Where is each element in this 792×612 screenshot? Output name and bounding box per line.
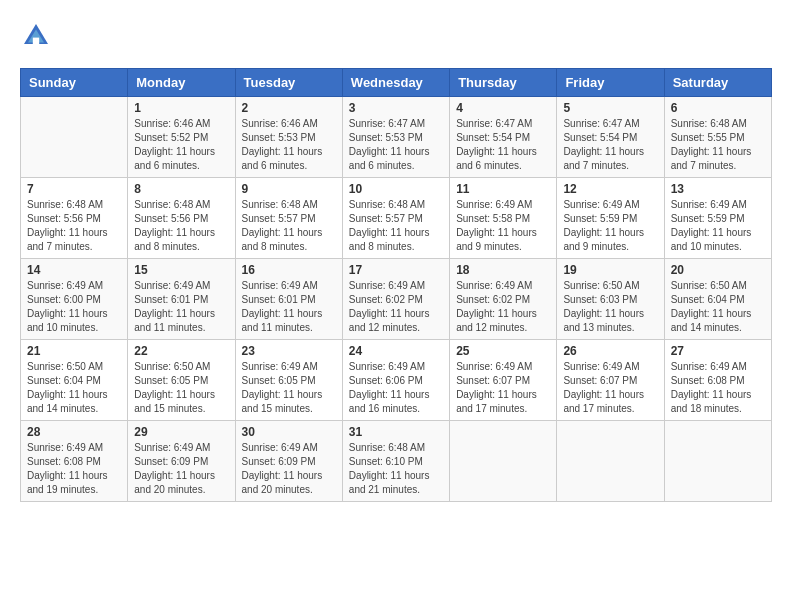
day-number: 7 xyxy=(27,182,121,196)
day-info: Sunrise: 6:49 AM Sunset: 5:58 PM Dayligh… xyxy=(456,198,550,254)
header-tuesday: Tuesday xyxy=(235,69,342,97)
day-number: 16 xyxy=(242,263,336,277)
page-header xyxy=(20,20,772,52)
calendar-cell: 5Sunrise: 6:47 AM Sunset: 5:54 PM Daylig… xyxy=(557,97,664,178)
day-number: 12 xyxy=(563,182,657,196)
day-number: 6 xyxy=(671,101,765,115)
calendar-cell: 27Sunrise: 6:49 AM Sunset: 6:08 PM Dayli… xyxy=(664,340,771,421)
calendar-cell: 28Sunrise: 6:49 AM Sunset: 6:08 PM Dayli… xyxy=(21,421,128,502)
day-number: 29 xyxy=(134,425,228,439)
calendar-cell: 24Sunrise: 6:49 AM Sunset: 6:06 PM Dayli… xyxy=(342,340,449,421)
calendar-cell: 12Sunrise: 6:49 AM Sunset: 5:59 PM Dayli… xyxy=(557,178,664,259)
calendar-week-1: 1Sunrise: 6:46 AM Sunset: 5:52 PM Daylig… xyxy=(21,97,772,178)
day-info: Sunrise: 6:49 AM Sunset: 6:05 PM Dayligh… xyxy=(242,360,336,416)
day-number: 13 xyxy=(671,182,765,196)
day-info: Sunrise: 6:48 AM Sunset: 5:57 PM Dayligh… xyxy=(349,198,443,254)
calendar-cell: 11Sunrise: 6:49 AM Sunset: 5:58 PM Dayli… xyxy=(450,178,557,259)
calendar-cell xyxy=(21,97,128,178)
logo-icon xyxy=(20,20,52,52)
day-info: Sunrise: 6:49 AM Sunset: 6:02 PM Dayligh… xyxy=(349,279,443,335)
day-info: Sunrise: 6:46 AM Sunset: 5:52 PM Dayligh… xyxy=(134,117,228,173)
calendar-table: SundayMondayTuesdayWednesdayThursdayFrid… xyxy=(20,68,772,502)
header-thursday: Thursday xyxy=(450,69,557,97)
day-number: 24 xyxy=(349,344,443,358)
day-info: Sunrise: 6:49 AM Sunset: 6:08 PM Dayligh… xyxy=(671,360,765,416)
day-number: 19 xyxy=(563,263,657,277)
calendar-cell: 20Sunrise: 6:50 AM Sunset: 6:04 PM Dayli… xyxy=(664,259,771,340)
calendar-cell: 7Sunrise: 6:48 AM Sunset: 5:56 PM Daylig… xyxy=(21,178,128,259)
day-number: 14 xyxy=(27,263,121,277)
svg-rect-2 xyxy=(33,38,39,44)
calendar-cell xyxy=(557,421,664,502)
logo xyxy=(20,20,56,52)
calendar-cell: 16Sunrise: 6:49 AM Sunset: 6:01 PM Dayli… xyxy=(235,259,342,340)
day-number: 20 xyxy=(671,263,765,277)
day-info: Sunrise: 6:49 AM Sunset: 6:00 PM Dayligh… xyxy=(27,279,121,335)
calendar-week-5: 28Sunrise: 6:49 AM Sunset: 6:08 PM Dayli… xyxy=(21,421,772,502)
calendar-week-4: 21Sunrise: 6:50 AM Sunset: 6:04 PM Dayli… xyxy=(21,340,772,421)
day-number: 28 xyxy=(27,425,121,439)
calendar-week-3: 14Sunrise: 6:49 AM Sunset: 6:00 PM Dayli… xyxy=(21,259,772,340)
day-number: 2 xyxy=(242,101,336,115)
calendar-cell: 6Sunrise: 6:48 AM Sunset: 5:55 PM Daylig… xyxy=(664,97,771,178)
day-info: Sunrise: 6:50 AM Sunset: 6:03 PM Dayligh… xyxy=(563,279,657,335)
day-number: 18 xyxy=(456,263,550,277)
day-number: 27 xyxy=(671,344,765,358)
calendar-cell: 19Sunrise: 6:50 AM Sunset: 6:03 PM Dayli… xyxy=(557,259,664,340)
calendar-cell: 31Sunrise: 6:48 AM Sunset: 6:10 PM Dayli… xyxy=(342,421,449,502)
header-saturday: Saturday xyxy=(664,69,771,97)
calendar-cell: 1Sunrise: 6:46 AM Sunset: 5:52 PM Daylig… xyxy=(128,97,235,178)
day-info: Sunrise: 6:49 AM Sunset: 6:01 PM Dayligh… xyxy=(242,279,336,335)
calendar-cell xyxy=(450,421,557,502)
calendar-cell: 2Sunrise: 6:46 AM Sunset: 5:53 PM Daylig… xyxy=(235,97,342,178)
day-info: Sunrise: 6:46 AM Sunset: 5:53 PM Dayligh… xyxy=(242,117,336,173)
day-number: 11 xyxy=(456,182,550,196)
day-number: 23 xyxy=(242,344,336,358)
header-monday: Monday xyxy=(128,69,235,97)
day-number: 10 xyxy=(349,182,443,196)
day-info: Sunrise: 6:49 AM Sunset: 5:59 PM Dayligh… xyxy=(671,198,765,254)
calendar-cell: 14Sunrise: 6:49 AM Sunset: 6:00 PM Dayli… xyxy=(21,259,128,340)
day-info: Sunrise: 6:48 AM Sunset: 5:57 PM Dayligh… xyxy=(242,198,336,254)
day-info: Sunrise: 6:48 AM Sunset: 5:55 PM Dayligh… xyxy=(671,117,765,173)
header-wednesday: Wednesday xyxy=(342,69,449,97)
day-info: Sunrise: 6:49 AM Sunset: 6:07 PM Dayligh… xyxy=(456,360,550,416)
calendar-cell: 18Sunrise: 6:49 AM Sunset: 6:02 PM Dayli… xyxy=(450,259,557,340)
calendar-cell: 4Sunrise: 6:47 AM Sunset: 5:54 PM Daylig… xyxy=(450,97,557,178)
calendar-cell: 9Sunrise: 6:48 AM Sunset: 5:57 PM Daylig… xyxy=(235,178,342,259)
day-info: Sunrise: 6:47 AM Sunset: 5:54 PM Dayligh… xyxy=(563,117,657,173)
day-info: Sunrise: 6:48 AM Sunset: 5:56 PM Dayligh… xyxy=(27,198,121,254)
day-info: Sunrise: 6:50 AM Sunset: 6:04 PM Dayligh… xyxy=(671,279,765,335)
day-info: Sunrise: 6:49 AM Sunset: 6:07 PM Dayligh… xyxy=(563,360,657,416)
day-number: 26 xyxy=(563,344,657,358)
calendar-cell: 25Sunrise: 6:49 AM Sunset: 6:07 PM Dayli… xyxy=(450,340,557,421)
calendar-cell: 10Sunrise: 6:48 AM Sunset: 5:57 PM Dayli… xyxy=(342,178,449,259)
day-info: Sunrise: 6:49 AM Sunset: 6:06 PM Dayligh… xyxy=(349,360,443,416)
day-info: Sunrise: 6:48 AM Sunset: 6:10 PM Dayligh… xyxy=(349,441,443,497)
day-info: Sunrise: 6:49 AM Sunset: 5:59 PM Dayligh… xyxy=(563,198,657,254)
calendar-cell: 15Sunrise: 6:49 AM Sunset: 6:01 PM Dayli… xyxy=(128,259,235,340)
day-number: 9 xyxy=(242,182,336,196)
day-number: 4 xyxy=(456,101,550,115)
calendar-cell: 22Sunrise: 6:50 AM Sunset: 6:05 PM Dayli… xyxy=(128,340,235,421)
day-number: 3 xyxy=(349,101,443,115)
header-sunday: Sunday xyxy=(21,69,128,97)
day-info: Sunrise: 6:49 AM Sunset: 6:01 PM Dayligh… xyxy=(134,279,228,335)
day-number: 15 xyxy=(134,263,228,277)
calendar-week-2: 7Sunrise: 6:48 AM Sunset: 5:56 PM Daylig… xyxy=(21,178,772,259)
calendar-cell xyxy=(664,421,771,502)
calendar-cell: 21Sunrise: 6:50 AM Sunset: 6:04 PM Dayli… xyxy=(21,340,128,421)
day-info: Sunrise: 6:47 AM Sunset: 5:54 PM Dayligh… xyxy=(456,117,550,173)
day-info: Sunrise: 6:50 AM Sunset: 6:04 PM Dayligh… xyxy=(27,360,121,416)
day-number: 17 xyxy=(349,263,443,277)
day-info: Sunrise: 6:48 AM Sunset: 5:56 PM Dayligh… xyxy=(134,198,228,254)
calendar-header-row: SundayMondayTuesdayWednesdayThursdayFrid… xyxy=(21,69,772,97)
calendar-cell: 3Sunrise: 6:47 AM Sunset: 5:53 PM Daylig… xyxy=(342,97,449,178)
calendar-cell: 30Sunrise: 6:49 AM Sunset: 6:09 PM Dayli… xyxy=(235,421,342,502)
day-info: Sunrise: 6:49 AM Sunset: 6:02 PM Dayligh… xyxy=(456,279,550,335)
calendar-cell: 29Sunrise: 6:49 AM Sunset: 6:09 PM Dayli… xyxy=(128,421,235,502)
calendar-cell: 17Sunrise: 6:49 AM Sunset: 6:02 PM Dayli… xyxy=(342,259,449,340)
day-info: Sunrise: 6:49 AM Sunset: 6:09 PM Dayligh… xyxy=(134,441,228,497)
day-number: 22 xyxy=(134,344,228,358)
day-info: Sunrise: 6:49 AM Sunset: 6:09 PM Dayligh… xyxy=(242,441,336,497)
